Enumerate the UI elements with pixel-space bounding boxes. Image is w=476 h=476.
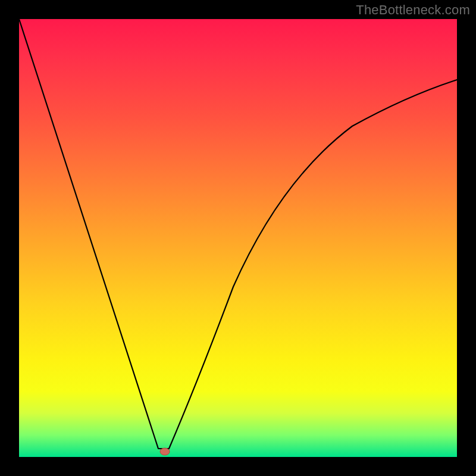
watermark-text: TheBottleneck.com bbox=[356, 2, 470, 18]
curve-svg bbox=[19, 19, 457, 457]
chart-frame: TheBottleneck.com bbox=[0, 0, 476, 476]
bottleneck-curve bbox=[19, 19, 457, 449]
minimum-dot bbox=[160, 448, 170, 455]
plot-area bbox=[19, 19, 457, 457]
